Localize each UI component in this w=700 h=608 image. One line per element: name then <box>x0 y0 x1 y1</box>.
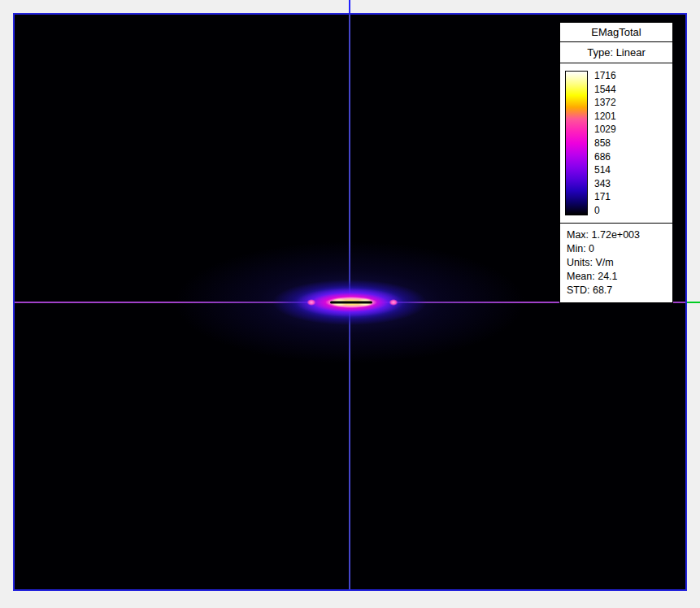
colorbar-tick: 1372 <box>594 98 616 107</box>
legend-colorbar-section: 1716 1544 1372 1201 1029 858 686 514 343… <box>559 63 673 224</box>
legend-stat-units: Units: V/m <box>567 256 666 270</box>
legend-title: EMagTotal <box>559 22 673 42</box>
colorbar-tick: 343 <box>594 179 616 189</box>
colorbar-tick: 1544 <box>594 85 616 94</box>
legend-panel: EMagTotal Type: Linear 1716 1544 1372 12… <box>559 22 673 303</box>
colorbar-tick: 1029 <box>594 124 616 134</box>
colorbar <box>565 71 588 215</box>
horizontal-axis-edge-tick <box>687 302 700 303</box>
colorbar-tick: 0 <box>594 206 616 215</box>
legend-stat-mean: Mean: 24.1 <box>567 270 666 284</box>
colorbar-tick: 1201 <box>594 111 616 121</box>
vertical-axis-stub <box>349 0 350 13</box>
colorbar-tick: 686 <box>594 152 616 162</box>
colorbar-tick: 858 <box>594 138 616 148</box>
colorbar-ticks: 1716 1544 1372 1201 1029 858 686 514 343… <box>588 71 616 215</box>
legend-stats-section: Max: 1.72e+003 Min: 0 Units: V/m Mean: 2… <box>559 223 673 303</box>
legend-stat-max: Max: 1.72e+003 <box>567 228 666 242</box>
legend-scale-type: Type: Linear <box>559 41 673 63</box>
simulation-viewport: EMagTotal Type: Linear 1716 1544 1372 12… <box>0 0 700 608</box>
colorbar-tick: 1716 <box>594 71 616 80</box>
colorbar-tick: 514 <box>594 165 616 175</box>
colorbar-tick: 171 <box>594 192 616 202</box>
legend-stat-min: Min: 0 <box>567 242 666 256</box>
legend-stat-std: STD: 68.7 <box>567 284 666 297</box>
